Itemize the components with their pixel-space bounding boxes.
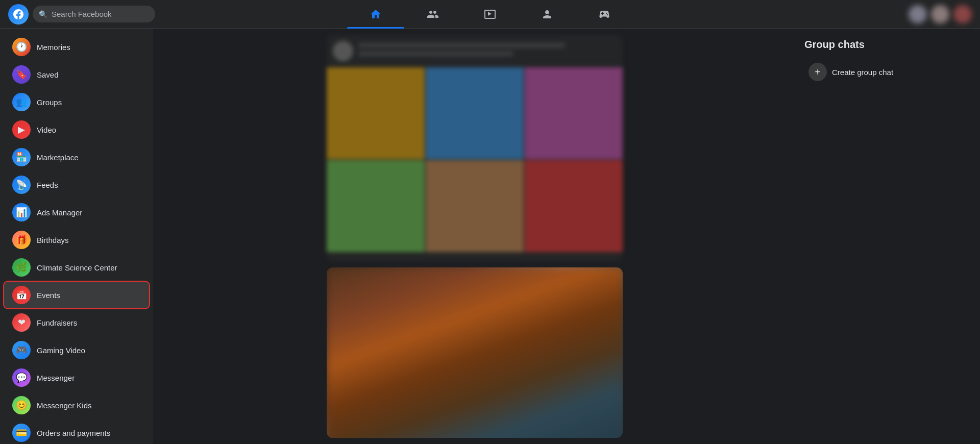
post-media-cell-6 — [525, 160, 623, 252]
main-content — [153, 29, 796, 444]
sidebar-item-video[interactable]: ▶Video — [4, 116, 149, 143]
search-placeholder: Search Facebook — [52, 10, 112, 18]
sidebar-label-birthdays: Birthdays — [37, 236, 69, 244]
sidebar-label-fundraisers: Fundraisers — [37, 318, 77, 327]
tab-watch[interactable] — [461, 0, 519, 29]
sidebar-label-saved: Saved — [37, 70, 59, 79]
large-image — [327, 267, 623, 438]
post-media-cell-3 — [525, 67, 623, 159]
avatar-1[interactable] — [909, 5, 927, 23]
sidebar-icon-messenger-kids: 😊 — [12, 396, 31, 414]
post-card-1[interactable] — [327, 35, 623, 261]
sidebar-icon-climate-science: 🌿 — [12, 258, 31, 277]
sidebar-item-marketplace[interactable]: 🏪Marketplace — [4, 144, 149, 170]
sidebar-label-events: Events — [37, 291, 60, 300]
sidebar-item-events[interactable]: 📅Events — [4, 282, 149, 308]
tab-home[interactable] — [347, 0, 404, 29]
sidebar-icon-ads-manager: 📊 — [12, 203, 31, 221]
group-chats-heading: Group chats — [804, 39, 972, 51]
sidebar-label-marketplace: Marketplace — [37, 153, 79, 162]
top-navigation: 🔍 Search Facebook — [0, 0, 980, 29]
sidebar-icon-feeds: 📡 — [12, 176, 31, 194]
sidebar-icon-birthdays: 🎁 — [12, 231, 31, 249]
sidebar-icon-video: ▶ — [12, 120, 31, 139]
sidebar-icon-gaming-video: 🎮 — [12, 341, 31, 359]
tab-profile[interactable] — [519, 0, 576, 29]
sidebar-item-birthdays[interactable]: 🎁Birthdays — [4, 227, 149, 253]
topnav-center-tabs — [161, 0, 819, 29]
post-line-2 — [358, 51, 513, 56]
sidebar-item-memories[interactable]: 🕐Memories — [4, 34, 149, 60]
facebook-logo[interactable] — [8, 4, 29, 24]
sidebar-item-ads-manager[interactable]: 📊Ads Manager — [4, 199, 149, 226]
sidebar-item-climate-science[interactable]: 🌿Climate Science Center — [4, 254, 149, 281]
feed-container — [327, 35, 623, 438]
sidebar-icon-fundraisers: ❤ — [12, 313, 31, 332]
plus-icon: + — [808, 63, 827, 81]
sidebar-icon-orders-payments: 💳 — [12, 424, 31, 442]
sidebar-icon-memories: 🕐 — [12, 38, 31, 56]
sidebar-icon-messenger: 💬 — [12, 368, 31, 387]
sidebar-item-feeds[interactable]: 📡Feeds — [4, 171, 149, 198]
sidebar-label-ads-manager: Ads Manager — [37, 208, 82, 217]
post-header-1 — [327, 35, 623, 67]
sidebar-label-memories: Memories — [37, 43, 70, 52]
search-icon: 🔍 — [39, 10, 47, 18]
sidebar-item-messenger[interactable]: 💬Messenger — [4, 364, 149, 391]
sidebar: 🕐Memories🔖Saved👥Groups▶Video🏪Marketplace… — [0, 29, 153, 444]
sidebar-icon-events: 📅 — [12, 286, 31, 304]
post-footer-1 — [327, 252, 623, 261]
topnav-left: 🔍 Search Facebook — [8, 4, 161, 24]
sidebar-item-orders-payments[interactable]: 💳Orders and payments — [4, 420, 149, 444]
post-media-cell-1 — [327, 67, 425, 159]
sidebar-label-gaming-video: Gaming Video — [37, 346, 85, 355]
right-panel: Group chats + Create group chat — [796, 29, 980, 444]
tab-friends[interactable] — [404, 0, 461, 29]
sidebar-item-fundraisers[interactable]: ❤Fundraisers — [4, 309, 149, 336]
avatar-3[interactable] — [953, 5, 972, 23]
post-media-grid-1 — [327, 67, 623, 252]
sidebar-label-orders-payments: Orders and payments — [37, 429, 110, 437]
search-bar[interactable]: 🔍 Search Facebook — [33, 6, 155, 22]
post-avatar-1 — [333, 41, 353, 61]
main-layout: 🕐Memories🔖Saved👥Groups▶Video🏪Marketplace… — [0, 29, 980, 444]
sidebar-icon-marketplace: 🏪 — [12, 148, 31, 166]
sidebar-label-groups: Groups — [37, 98, 62, 107]
large-image-blurred — [327, 267, 623, 438]
tab-gaming[interactable] — [576, 0, 633, 29]
large-image-post[interactable] — [327, 267, 623, 438]
sidebar-label-feeds: Feeds — [37, 181, 58, 189]
sidebar-label-video: Video — [37, 126, 56, 134]
avatar-2[interactable] — [931, 5, 949, 23]
sidebar-item-saved[interactable]: 🔖Saved — [4, 61, 149, 88]
topnav-right — [819, 5, 972, 23]
post-media-cell-5 — [426, 160, 524, 252]
sidebar-item-groups[interactable]: 👥Groups — [4, 89, 149, 115]
sidebar-label-messenger: Messenger — [37, 374, 75, 382]
sidebar-item-gaming-video[interactable]: 🎮Gaming Video — [4, 337, 149, 363]
post-media-cell-4 — [327, 160, 425, 252]
sidebar-label-messenger-kids: Messenger Kids — [37, 401, 92, 410]
post-media-cell-2 — [426, 67, 524, 159]
post-line-1 — [358, 43, 565, 48]
create-group-button[interactable]: + Create group chat — [804, 59, 972, 85]
sidebar-icon-groups: 👥 — [12, 93, 31, 111]
sidebar-icon-saved: 🔖 — [12, 65, 31, 84]
sidebar-item-messenger-kids[interactable]: 😊Messenger Kids — [4, 392, 149, 418]
create-group-label: Create group chat — [832, 68, 893, 77]
sidebar-label-climate-science: Climate Science Center — [37, 263, 117, 272]
post-text-1 — [358, 43, 617, 59]
